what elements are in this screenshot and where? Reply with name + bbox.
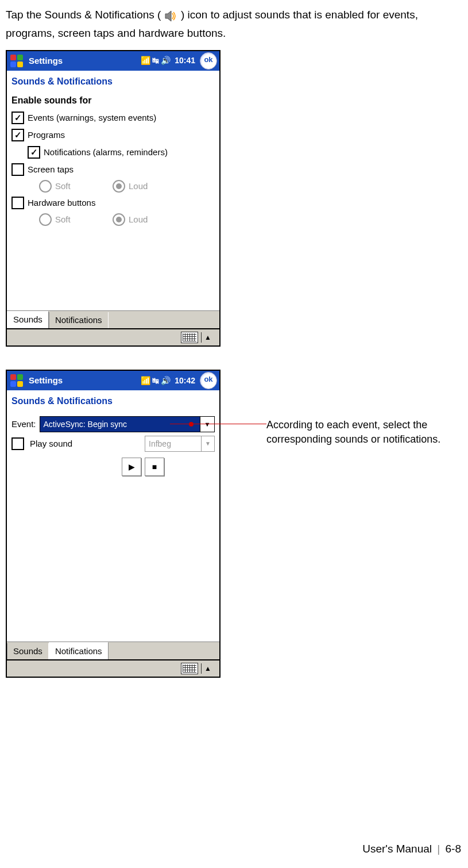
row-notifications: ✓ Notifications (alarms, reminders) <box>10 144 216 161</box>
page-subtitle-2: Sounds & Notifications <box>7 390 219 412</box>
event-dropdown[interactable]: ActiveSync: Begin sync ▼ <box>40 416 215 432</box>
input-panel-bar: ▲ <box>7 328 219 345</box>
label-notifications: Notifications (alarms, reminders) <box>44 145 168 159</box>
tab-notifications-2[interactable]: Notifications <box>49 642 109 659</box>
row-screentaps: Screen taps <box>10 161 216 178</box>
input-panel-bar-2: ▲ <box>7 659 219 677</box>
window-title-2: Settings <box>29 374 63 387</box>
checkbox-screentaps[interactable] <box>11 163 24 176</box>
radio-screentaps-loud[interactable] <box>113 180 125 193</box>
tab-sounds[interactable]: Sounds <box>7 311 49 328</box>
play-button[interactable]: ▶ <box>122 458 141 476</box>
volume-icon-2: 🔊 <box>161 374 171 387</box>
tab-notifications[interactable]: Notifications <box>49 312 109 328</box>
status-icons: 📶 ↹ 🔊 10:41 <box>141 54 198 67</box>
checkbox-playsound[interactable] <box>11 437 24 450</box>
radio-group-hardware: Soft Loud <box>10 212 216 228</box>
dropdown-arrow-icon[interactable]: ▼ <box>200 417 214 432</box>
ok-button[interactable]: ok <box>200 52 217 70</box>
sound-value: Infbeg <box>145 437 201 450</box>
callout-text: According to each event, select the corr… <box>221 370 444 447</box>
svg-rect-8 <box>17 381 23 387</box>
radio-label-soft: Soft <box>55 179 95 193</box>
tabbar-2: Sounds Notifications <box>7 642 219 659</box>
label-events: Events (warnings, system events) <box>28 111 156 125</box>
svg-marker-0 <box>165 11 171 21</box>
radio-hardware-loud[interactable] <box>113 213 125 226</box>
volume-icon: 🔊 <box>161 54 171 67</box>
start-icon-2[interactable] <box>9 373 25 388</box>
stop-button[interactable]: ■ <box>145 458 164 476</box>
svg-rect-2 <box>17 55 23 60</box>
radio-screentaps-soft[interactable] <box>39 180 52 193</box>
sync-icon-2: ↹ <box>152 374 159 387</box>
up-arrow-icon-2[interactable]: ▲ <box>204 665 211 672</box>
checkbox-notifications[interactable]: ✓ <box>28 146 40 159</box>
sound-dropdown-arrow-icon: ▼ <box>201 436 214 451</box>
radio-group-screentaps: Soft Loud <box>10 178 216 194</box>
callout-line <box>170 424 266 424</box>
intro-text-1: Tap the Sounds & Notifications ( <box>6 9 161 21</box>
callout-content: According to each event, select the corr… <box>266 419 440 445</box>
svg-rect-5 <box>10 374 16 380</box>
svg-rect-3 <box>10 62 16 67</box>
signal-icon: 📶 <box>141 54 150 67</box>
svg-rect-4 <box>17 62 23 67</box>
divider-2 <box>201 663 202 674</box>
sound-dropdown[interactable]: Infbeg ▼ <box>145 436 215 452</box>
divider <box>201 332 202 343</box>
speaker-icon <box>164 9 178 21</box>
label-screentaps: Screen taps <box>28 163 74 176</box>
checkbox-hardware[interactable] <box>11 197 24 209</box>
svg-rect-6 <box>17 374 23 380</box>
screenshot-notifications-tab: Settings 📶 ↹ 🔊 10:42 ok Sounds & Notific… <box>6 370 221 678</box>
event-selection: ActiveSync: Begin sync <box>40 417 200 432</box>
radio-label-soft-2: Soft <box>55 213 95 226</box>
sync-icon: ↹ <box>152 54 159 67</box>
tab-sounds-2[interactable]: Sounds <box>7 643 49 659</box>
svg-rect-7 <box>10 381 16 387</box>
tabbar: Sounds Notifications <box>7 310 219 328</box>
keyboard-icon-2[interactable] <box>181 663 198 674</box>
ok-button-2[interactable]: ok <box>200 372 217 389</box>
clock: 10:41 <box>175 54 195 67</box>
section-header: Enable sounds for <box>7 92 219 109</box>
window-title: Settings <box>29 54 63 68</box>
label-hardware: Hardware buttons <box>28 196 95 210</box>
svg-rect-1 <box>10 55 16 60</box>
start-icon[interactable] <box>9 53 25 68</box>
titlebar: Settings 📶 ↹ 🔊 10:41 ok <box>7 51 219 71</box>
status-icons-2: 📶 ↹ 🔊 10:42 <box>141 374 198 387</box>
keyboard-icon[interactable] <box>181 332 198 343</box>
clock-2: 10:42 <box>175 374 195 387</box>
signal-icon-2: 📶 <box>141 374 150 387</box>
intro-paragraph: Tap the Sounds & Notifications ( ) icon … <box>6 6 462 43</box>
checkbox-events[interactable]: ✓ <box>11 112 24 124</box>
play-controls: ▶ ■ <box>7 454 219 476</box>
row-hardware: Hardware buttons <box>10 194 216 212</box>
label-programs: Programs <box>28 128 65 142</box>
titlebar-2: Settings 📶 ↹ 🔊 10:42 ok <box>7 371 219 390</box>
playsound-label: Play sound <box>30 437 139 451</box>
row-events: ✓ Events (warnings, system events) <box>10 109 216 126</box>
radio-label-loud: Loud <box>129 179 169 193</box>
row-programs: ✓ Programs <box>10 126 216 144</box>
checkbox-programs[interactable]: ✓ <box>11 129 24 141</box>
up-arrow-icon[interactable]: ▲ <box>204 334 211 341</box>
page-subtitle: Sounds & Notifications <box>7 71 219 93</box>
callout-dot <box>189 422 194 427</box>
event-label: Event: <box>11 417 36 431</box>
radio-hardware-soft[interactable] <box>39 213 52 226</box>
screenshot-sounds-tab: Settings 📶 ↹ 🔊 10:41 ok Sounds & Notific… <box>6 50 221 347</box>
radio-label-loud-2: Loud <box>129 213 169 226</box>
